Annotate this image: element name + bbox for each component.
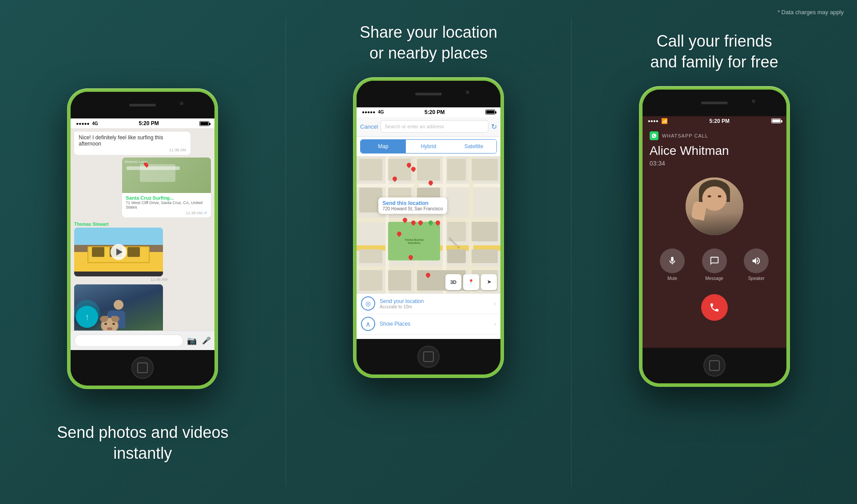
send-location-text: Send your location Accurate to 10m (380, 298, 489, 309)
upload-button[interactable]: ↑ (76, 306, 98, 328)
location-address: 71 West Cliff Drive, Santa Cruz, CA, Uni… (126, 201, 207, 209)
message-label: Message (705, 276, 723, 281)
home-button-3[interactable] (703, 354, 726, 377)
panel-location: Share your location or nearby places ●●●… (286, 0, 571, 504)
block-13 (472, 249, 497, 263)
block-2 (388, 159, 411, 181)
phone-1-inner: ●●●●● 4G 5:20 PM (71, 92, 214, 386)
location-info: Santa Cruz Surfing... 71 West Cliff Driv… (122, 193, 211, 217)
end-call-area (643, 285, 786, 321)
phone-3-top (643, 90, 786, 116)
camera-icon[interactable]: 📷 (187, 336, 197, 346)
network-label: 4G (92, 121, 98, 126)
signal-area-3: ●●●● 📶 (648, 118, 668, 124)
signal-3: ●●●● (648, 118, 659, 123)
map-3d-button[interactable]: 3D (445, 274, 461, 290)
tooltip-title: Send this location (383, 200, 443, 206)
message-action[interactable]: Message (702, 248, 727, 281)
mute-action[interactable]: Mute (660, 248, 685, 281)
phone-1-bottom (71, 350, 214, 386)
location-title: Santa Cruz Surfing... (126, 195, 207, 201)
park-area: Yerba Buena Gardens (388, 222, 440, 260)
eye-right (718, 195, 721, 197)
call-type-label: WHATSAPP CALL (662, 133, 708, 138)
play-icon (116, 248, 123, 256)
speaker-action[interactable]: Speaker (744, 248, 769, 281)
pin-6 (411, 220, 416, 227)
map-pin-button[interactable]: 📍 (463, 274, 479, 290)
pin-3 (393, 177, 397, 183)
chat-input-bar: 📷 🎤 (71, 331, 214, 350)
map-list-item-1[interactable]: ◎ Send your location Accurate to 10m › (357, 294, 500, 314)
block-1 (359, 159, 382, 181)
time-3: 5:20 PM (710, 118, 730, 124)
chevron-1: › (494, 300, 496, 307)
panel-call: * Data charges may apply Call your frien… (571, 0, 857, 504)
block-3 (417, 159, 440, 181)
home-button-inner-1 (137, 362, 148, 373)
speaker-circle (744, 248, 769, 273)
play-button[interactable] (111, 244, 127, 260)
park-label: Yerba Buena Gardens (405, 238, 423, 244)
pin-4 (428, 181, 433, 187)
map-list-item-2[interactable]: ∧ Show Places › (357, 314, 500, 335)
video-thumbnail (74, 228, 163, 276)
pin-10 (397, 232, 401, 238)
map-cancel-button[interactable]: Cancel (360, 123, 378, 130)
map-tab-satellite[interactable]: Satellite (451, 140, 496, 153)
chat-screen: Nice! I definitely feel like surfing thi… (71, 128, 214, 350)
map-tooltip[interactable]: Send this location 720 Howard St, San Fr… (378, 197, 448, 214)
panel-1-caption: Send photos and videos instantly (0, 422, 286, 477)
battery-area (199, 121, 209, 126)
block-5 (472, 159, 497, 181)
map-view: Yerba Buena Gardens (357, 156, 500, 294)
phone-2-bottom (357, 339, 500, 374)
call-screen: WHATSAPP CALL Alice Whitman 03:34 (643, 126, 786, 348)
send-location-sub: Accurate to 10m (380, 304, 489, 309)
map-thumb-label: Steamer Lane (124, 160, 147, 164)
block-11 (359, 249, 382, 263)
home-button-inner-3 (709, 360, 720, 371)
sender-label: Thomas Stewart (74, 220, 167, 228)
end-call-button[interactable] (695, 288, 733, 326)
block-15 (388, 270, 411, 291)
battery-area-2 (485, 110, 495, 114)
phone-1-speaker (129, 104, 156, 106)
map-nav-bar: Cancel Search or enter an address ↻ (357, 117, 500, 137)
battery-area-3 (771, 118, 781, 123)
call-header: WHATSAPP CALL (643, 126, 786, 144)
msg-time-1: 11:38 AM (79, 148, 186, 152)
message-circle (702, 248, 727, 273)
panel-3-heading: Call your friends and family for free (651, 31, 778, 73)
home-button-2[interactable] (417, 346, 440, 368)
video-message-container: Thomas Stewart (74, 220, 167, 282)
page-layout: ●●●●● 4G 5:20 PM (0, 0, 857, 504)
pin-11 (409, 255, 413, 261)
map-tab-hybrid[interactable]: Hybrid (406, 140, 451, 153)
map-bottom-list: ◎ Send your location Accurate to 10m › ∧… (357, 294, 500, 335)
map-search-box[interactable]: Search or enter an address (381, 120, 488, 133)
call-avatar (686, 177, 743, 235)
chat-input-field[interactable] (74, 335, 183, 347)
eye-left (707, 195, 711, 197)
panel-1-heading: Send photos and videos instantly (0, 422, 286, 464)
phone-2-camera (466, 91, 469, 94)
caller-name: Alice Whitman (643, 144, 786, 158)
home-button-inner-2 (423, 351, 434, 362)
home-button-1[interactable] (131, 357, 154, 379)
signal-2: ●●●●● (362, 110, 375, 114)
pin-7 (418, 220, 423, 227)
phone-1-camera (180, 102, 183, 105)
block-14 (359, 270, 382, 291)
show-places-text: Show Places (380, 321, 489, 327)
mic-icon[interactable]: 🎤 (202, 336, 211, 345)
signal-icon: ●●●●● (76, 121, 89, 126)
refresh-icon[interactable]: ↻ (491, 122, 497, 131)
send-location-title: Send your location (380, 298, 489, 304)
phone-2-speaker (415, 93, 442, 95)
map-tab-map[interactable]: Map (361, 140, 406, 153)
phone-1-top (71, 92, 214, 118)
send-location-icon: ◎ (361, 296, 375, 311)
pin-9 (436, 220, 440, 227)
map-location-button[interactable]: ➤ (481, 274, 497, 290)
